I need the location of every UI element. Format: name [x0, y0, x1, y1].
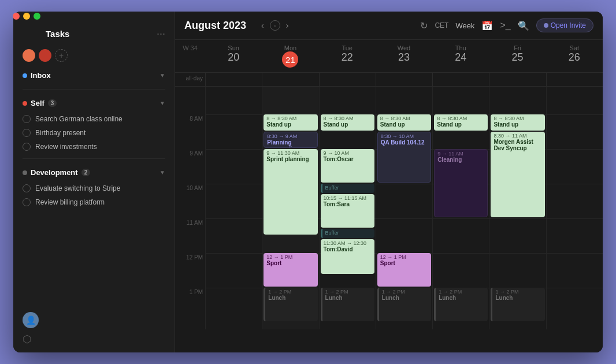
inbox-dot: [23, 73, 27, 78]
task-checkbox[interactable]: [23, 184, 31, 192]
event-tue-lunch[interactable]: 1 → 2 PM Lunch: [321, 288, 374, 321]
next-button[interactable]: ›: [283, 20, 292, 31]
task-checkbox[interactable]: [23, 198, 31, 206]
close-button[interactable]: [13, 13, 20, 20]
settings-icon[interactable]: ⬡: [23, 333, 165, 346]
allday-sun: [205, 73, 262, 86]
event-mon-sprint[interactable]: 9 → 11:30 AM Sprint planning: [264, 149, 317, 235]
event-tue-buffer2[interactable]: Buffer: [321, 229, 374, 238]
allday-mon: [262, 73, 318, 86]
event-title: Sport: [266, 260, 314, 266]
self-label: Self: [31, 99, 44, 107]
task-review-investments[interactable]: Review investments: [13, 140, 175, 154]
day-col-tue: 8 → 8:30 AM Stand up 9 → 10 AM Tom:Oscar…: [319, 87, 376, 329]
event-tue-buffer1[interactable]: Buffer: [321, 184, 374, 193]
event-wed-qabuild[interactable]: 8:30 → 10 AM QA Build 104.12: [377, 132, 431, 183]
event-fri-morgen[interactable]: 8:30 → 11 AM Morgen Assist Dev Syncup: [491, 132, 544, 217]
event-title: Sprint planning: [266, 156, 314, 162]
add-avatar-button[interactable]: +: [55, 49, 68, 62]
event-fri-lunch[interactable]: 1 → 2 PM Lunch: [491, 288, 544, 321]
day-header-tue: Tue 22: [319, 40, 376, 72]
sidebar-header: Tasks ···: [13, 20, 175, 44]
event-tue-sara[interactable]: 10:15 → 11:15 AM Tom:Sara: [321, 194, 374, 228]
maximize-button[interactable]: [34, 13, 40, 20]
self-dot: [23, 101, 27, 106]
avatar-red[interactable]: [39, 49, 51, 62]
event-time: 8:30 → 9 AM: [267, 133, 314, 139]
event-tue-david[interactable]: 11:30 AM → 12:30 Tom:David: [321, 239, 374, 274]
calendar-nav: ‹ ○ ›: [258, 20, 292, 31]
development-section-header[interactable]: Development 2 ▼: [13, 164, 175, 181]
dev-label: Development: [31, 168, 78, 177]
event-mon-standup[interactable]: 8 → 8:30 AM Stand up: [264, 114, 317, 131]
calendar-header-right: ↻ CET Week 📅 >_ 🔍 Open Invite: [420, 18, 593, 32]
event-mon-lunch[interactable]: 1 → 2 PM Lunch: [264, 288, 317, 321]
sidebar-avatars: +: [13, 44, 175, 66]
event-fri-standup[interactable]: 8 → 8:30 AM Stand up: [491, 114, 544, 131]
day-header-sat: Sat 26: [546, 40, 603, 72]
event-thu-lunch[interactable]: 1 → 2 PM Lunch: [434, 288, 488, 321]
user-profile[interactable]: 👤: [23, 312, 165, 328]
event-thu-standup[interactable]: 8 → 8:30 AM Stand up: [434, 114, 488, 131]
task-checkbox[interactable]: [23, 129, 31, 137]
task-birthday-present[interactable]: Birthday present: [13, 126, 175, 140]
day-headers: W 34 Sun 20 Mon 21 Tue 22 Wed 23 Thu 24: [175, 40, 603, 73]
event-tue-oscar[interactable]: 9 → 10 AM Tom:Oscar: [321, 149, 374, 183]
self-count: 3: [48, 99, 57, 107]
task-checkbox[interactable]: [23, 143, 31, 151]
refresh-icon[interactable]: ↻: [420, 20, 428, 31]
day-header-fri: Fri 25: [489, 40, 546, 72]
time-grid: 8 AM 9 AM 10 AM 11 AM 12 PM 1 PM: [175, 87, 603, 352]
event-thu-cleaning[interactable]: 9 → 11 AM Cleaning: [434, 149, 488, 217]
event-mon-planning[interactable]: 8:30 → 9 AM Planning preparation: [264, 132, 317, 148]
dev-dot: [23, 170, 27, 175]
self-section-header[interactable]: Self 3 ▼: [13, 94, 175, 112]
sidebar-title: Tasks: [46, 29, 69, 39]
allday-sat: [546, 73, 603, 86]
time-12pm: 12 PM: [175, 253, 205, 288]
event-wed-lunch[interactable]: 1 → 2 PM Lunch: [377, 288, 431, 321]
allday-fri: [489, 73, 546, 86]
event-tue-standup[interactable]: 8 → 8:30 AM Stand up: [321, 114, 374, 131]
task-label: Review investments: [35, 143, 97, 151]
task-stripe[interactable]: Evaluate switching to Stripe: [13, 181, 175, 195]
allday-tue: [319, 73, 376, 86]
open-invite-button[interactable]: Open Invite: [536, 18, 593, 32]
avatar-orange[interactable]: [23, 49, 35, 62]
week-view-button[interactable]: Week: [455, 21, 474, 30]
calendar-icon-btn[interactable]: 📅: [481, 20, 493, 31]
allday-wed: [376, 73, 432, 86]
day-header-mon: Mon 21: [262, 40, 318, 72]
timezone-label: CET: [435, 21, 448, 29]
time-1pm: 1 PM: [175, 288, 205, 322]
today-button[interactable]: ○: [270, 20, 280, 31]
calendar-header: August 2023 ‹ ○ › ↻ CET Week 📅 >_ 🔍 Open…: [175, 12, 603, 40]
task-label: Search German class online: [35, 115, 123, 123]
main-content: August 2023 ‹ ○ › ↻ CET Week 📅 >_ 🔍 Open…: [175, 12, 603, 352]
event-title: Stand up: [266, 121, 314, 128]
prev-button[interactable]: ‹: [258, 20, 268, 31]
time-10am: 10 AM: [175, 184, 205, 218]
event-mon-sport[interactable]: 12 → 1 PM Sport: [264, 253, 317, 287]
task-billing[interactable]: Review billing platform: [13, 195, 175, 209]
task-checkbox[interactable]: [23, 115, 31, 123]
window-controls: [13, 13, 40, 20]
time-labels: 8 AM 9 AM 10 AM 11 AM 12 PM 1 PM: [175, 87, 205, 352]
event-time: 1 → 2 PM: [268, 289, 314, 295]
event-time: 9 → 11:30 AM: [266, 150, 314, 156]
day-header-thu: Thu 24: [432, 40, 489, 72]
search-icon[interactable]: 🔍: [518, 20, 529, 31]
open-invite-label: Open Invite: [551, 21, 586, 29]
event-wed-sport[interactable]: 12 → 1 PM Sport: [377, 253, 431, 287]
terminal-icon[interactable]: >_: [500, 20, 510, 31]
day-header-wed: Wed 23: [376, 40, 432, 72]
event-wed-standup[interactable]: 8 → 8:30 AM Stand up: [377, 114, 431, 131]
user-avatar: 👤: [23, 312, 39, 328]
sidebar-more-button[interactable]: ···: [157, 28, 165, 40]
task-search-german[interactable]: Search German class online: [13, 112, 175, 126]
dev-chevron-icon: ▼: [159, 169, 165, 176]
inbox-section-header[interactable]: Inbox ▼: [13, 66, 175, 84]
minimize-button[interactable]: [23, 13, 30, 20]
allday-label: all-day: [175, 73, 205, 86]
event-time: 12 → 1 PM: [266, 254, 314, 260]
